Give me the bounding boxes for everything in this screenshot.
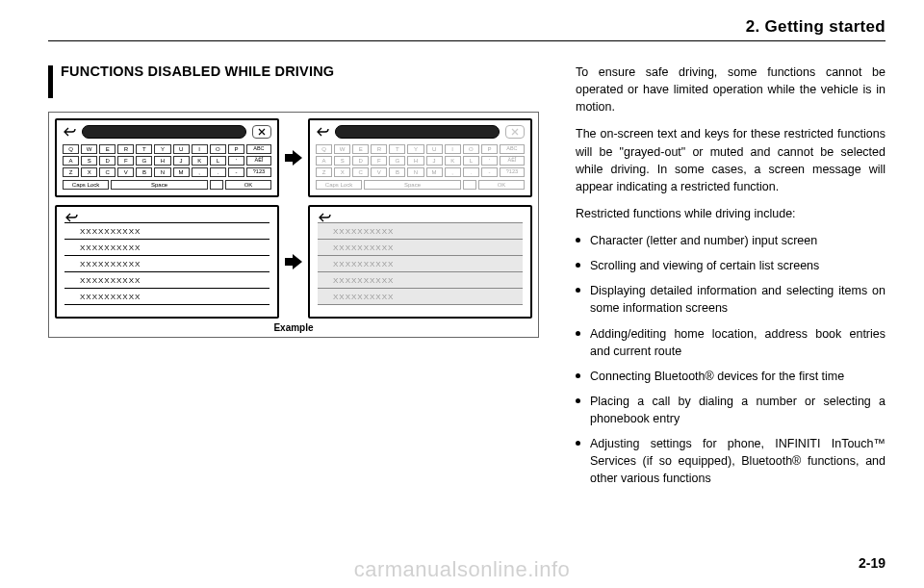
key-b: B — [136, 167, 152, 177]
chapter-title: 2. Getting started — [746, 17, 886, 37]
list-screen-enabled: XXXXXXXXXXXXXXXXXXXXXXXXXXXXXXXXXXXXXXXX… — [55, 205, 279, 319]
text-input-bar — [335, 125, 500, 139]
key-h: H — [154, 156, 170, 166]
qwerty-keyboard-dim: QWERTYUIOPABC ASDFGHJKL’ÄÈÎ ZXCVBNM,.-?1… — [316, 144, 525, 190]
bullet-dot-icon — [576, 398, 580, 403]
key-,: , — [192, 167, 208, 177]
back-icon — [63, 127, 76, 137]
list-item: XXXXXXXXXX — [64, 288, 270, 305]
qwerty-keyboard: QWERTYUIOPABC ASDFGHJKL’ÄÈÎ ZXCVBNM,.-?1… — [63, 144, 271, 190]
bullet-text: Scrolling and viewing of certain list sc… — [590, 257, 819, 274]
mode-key: ÄÈÎ — [500, 156, 525, 166]
key-w: W — [81, 144, 97, 154]
key-n: N — [407, 167, 424, 177]
blank-key — [210, 180, 223, 190]
clear-icon — [252, 125, 271, 139]
bullet-dot-icon — [576, 288, 580, 293]
bullet-dot-icon — [576, 373, 580, 378]
key-a: A — [63, 156, 79, 166]
key-y: Y — [154, 144, 170, 154]
caps-key: Caps Lock — [63, 180, 109, 190]
list-item: XXXXXXXXXX — [318, 288, 523, 305]
watermark: carmanualsonline.info — [354, 557, 571, 582]
clear-icon — [505, 125, 525, 139]
key-h: H — [407, 156, 424, 166]
key-f: F — [371, 156, 387, 166]
caps-key: Caps Lock — [316, 180, 362, 190]
arrow-right-icon — [279, 147, 308, 168]
mode-key: ?123 — [246, 167, 271, 177]
bullet-text: Placing a call by dialing a number or se… — [590, 393, 886, 427]
space-key: Space — [111, 180, 208, 190]
list-item: XXXXXXXXXX — [318, 271, 523, 288]
divider — [48, 40, 886, 41]
ok-key: OK — [225, 180, 271, 190]
key-v: V — [371, 167, 387, 177]
key-m: M — [426, 167, 443, 177]
key-u: U — [173, 144, 190, 154]
bullet-text: Connecting Bluetooth® devices for the fi… — [590, 368, 844, 385]
paragraph: The on-screen text and keys for these re… — [576, 125, 886, 195]
list-item: XXXXXXXXXX — [318, 222, 523, 239]
space-key: Space — [364, 180, 461, 190]
key-l: L — [210, 156, 226, 166]
key-g: G — [136, 156, 152, 166]
mode-key: ÄÈÎ — [246, 156, 271, 166]
bullet-item: Displaying detailed information and se­l… — [576, 282, 886, 317]
example-figure: QWERTYUIOPABC ASDFGHJKL’ÄÈÎ ZXCVBNM,.-?1… — [48, 112, 539, 338]
bullet-dot-icon — [576, 441, 580, 446]
figure-caption: Example — [55, 322, 532, 333]
bullet-dot-icon — [576, 331, 580, 336]
key-n: N — [154, 167, 170, 177]
list-item: XXXXXXXXXX — [64, 239, 270, 255]
key-z: Z — [63, 167, 79, 177]
bullet-dot-icon — [576, 263, 580, 268]
key-v: V — [117, 167, 134, 177]
key-p: P — [228, 144, 244, 154]
body-text-column: To ensure safe driving, some functions c… — [576, 64, 886, 496]
key-c: C — [352, 167, 369, 177]
key-m: M — [173, 167, 190, 177]
key-u: U — [426, 144, 443, 154]
key-t: T — [136, 144, 152, 154]
paragraph: To ensure safe driving, some functions c… — [576, 64, 886, 115]
key-x: X — [334, 167, 350, 177]
key-e: E — [99, 144, 116, 154]
bullet-text: Adjusting settings for phone, INFINITI I… — [590, 435, 886, 487]
keyboard-screen-disabled: QWERTYUIOPABC ASDFGHJKL’ÄÈÎ ZXCVBNM,.-?1… — [308, 118, 532, 197]
key-k: K — [445, 156, 461, 166]
key-.: . — [210, 167, 226, 177]
key-s: S — [81, 156, 97, 166]
list-item: XXXXXXXXXX — [64, 222, 270, 239]
bullet-item: Connecting Bluetooth® devices for the fi… — [576, 368, 886, 385]
key-k: K — [192, 156, 208, 166]
key-l: L — [463, 156, 479, 166]
bullet-text: Displaying detailed information and se­l… — [590, 282, 886, 317]
list-item: XXXXXXXXXX — [318, 239, 523, 255]
key-b: B — [389, 167, 405, 177]
list-screen-disabled: XXXXXXXXXXXXXXXXXXXXXXXXXXXXXXXXXXXXXXXX… — [308, 205, 532, 319]
key-j: J — [173, 156, 190, 166]
arrow-right-icon — [279, 251, 308, 272]
key-w: W — [334, 144, 350, 154]
key-o: O — [210, 144, 226, 154]
blank-key — [463, 180, 476, 190]
back-icon — [318, 213, 523, 222]
key-x: X — [81, 167, 97, 177]
key-d: D — [352, 156, 369, 166]
key-d: D — [99, 156, 116, 166]
key-r: R — [117, 144, 134, 154]
key-e: E — [352, 144, 369, 154]
key-q: Q — [316, 144, 332, 154]
list-item: XXXXXXXXXX — [64, 255, 270, 271]
back-icon — [316, 127, 329, 137]
key-f: F — [117, 156, 134, 166]
bullet-dot-icon — [576, 238, 580, 243]
key-z: Z — [316, 167, 332, 177]
bullet-item: Adjusting settings for phone, INFINITI I… — [576, 435, 886, 487]
key-r: R — [371, 144, 387, 154]
key-q: Q — [63, 144, 79, 154]
key-i: I — [192, 144, 208, 154]
bullet-item: Character (letter and number) input scre… — [576, 232, 886, 249]
ok-key: OK — [478, 180, 525, 190]
